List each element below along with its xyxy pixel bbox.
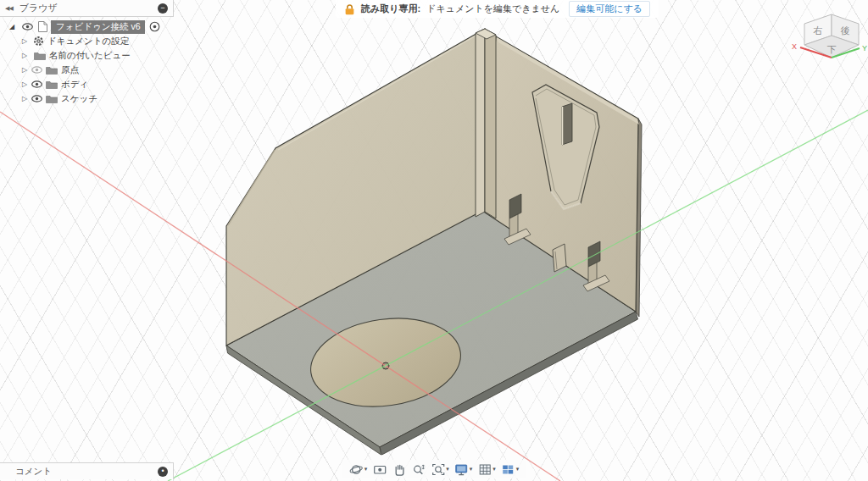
look-at-icon[interactable] xyxy=(372,462,387,477)
tree-item-label[interactable]: スケッチ xyxy=(61,93,97,105)
expand-arrow-icon[interactable]: ◢ xyxy=(8,23,16,30)
grid-and-snaps-button[interactable]: ▾ xyxy=(476,462,498,477)
zoom-button[interactable] xyxy=(409,462,427,477)
browser-panel-title: ブラウザ xyxy=(19,2,158,14)
dropdown-caret[interactable]: ▾ xyxy=(470,466,473,473)
orbit-icon[interactable] xyxy=(349,462,364,477)
fit-button[interactable]: ▾ xyxy=(429,462,451,477)
model-3d[interactable]: 右 後 下 X Y xyxy=(0,0,868,481)
document-icon xyxy=(38,21,47,32)
document-root-label[interactable]: フォビドゥン接続 v6 xyxy=(51,20,145,34)
tree-item-label[interactable]: ボディ xyxy=(61,79,88,91)
visibility-eye-icon[interactable] xyxy=(31,80,42,88)
comments-bar[interactable]: コメント • xyxy=(0,462,174,479)
tree-item-label[interactable]: ドキュメントの設定 xyxy=(47,36,129,47)
browser-panel-header: ◀◀ ブラウザ − xyxy=(0,0,174,17)
tree-row-document-root[interactable]: ◢ フォビドゥン接続 v6 xyxy=(0,19,160,34)
visibility-eye-icon-off[interactable] xyxy=(31,66,42,74)
tree-row-document-settings[interactable]: ▷ ドキュメントの設定 xyxy=(0,34,129,48)
viewcube-label-right: 後 xyxy=(841,25,850,36)
readonly-banner: 読み取り専用: ドキュメントを編集できません 編集可能にする xyxy=(336,0,659,18)
visibility-eye-icon[interactable] xyxy=(31,95,42,102)
collapsed-arrow-icon[interactable]: ▷ xyxy=(20,95,29,102)
tree-row-origin[interactable]: ▷ 原点 xyxy=(0,63,79,77)
navigation-toolbar: ▾ ▾ ▾ xyxy=(342,460,526,478)
viewports-button[interactable]: ▾ xyxy=(499,462,521,477)
dropdown-caret[interactable]: ▾ xyxy=(446,466,449,473)
viewcube-y-label[interactable]: Y xyxy=(862,44,867,53)
orbit-button[interactable]: ▾ xyxy=(348,462,370,477)
comments-expand-button[interactable]: • xyxy=(158,467,168,477)
view-cube[interactable]: 右 後 下 X Y xyxy=(792,14,867,58)
readonly-message: ドキュメントを編集できません xyxy=(426,3,559,15)
make-editable-button[interactable]: 編集可能にする xyxy=(569,1,650,17)
activate-radio-icon[interactable] xyxy=(149,21,160,32)
grid-icon[interactable] xyxy=(477,462,492,477)
pan-button[interactable] xyxy=(390,462,408,477)
readonly-status-label: 読み取り専用: xyxy=(361,3,420,15)
dropdown-caret[interactable]: ▾ xyxy=(516,466,520,473)
pan-hand-icon[interactable] xyxy=(392,462,406,477)
folder-icon xyxy=(46,66,58,75)
collapsed-arrow-icon[interactable]: ▷ xyxy=(20,37,29,45)
browser-collapse-icon[interactable]: ◀◀ xyxy=(5,5,13,12)
dropdown-caret[interactable]: ▾ xyxy=(364,466,368,473)
tree-row-named-views[interactable]: ▷ 名前の付いたビュー xyxy=(0,48,131,63)
zoom-icon[interactable] xyxy=(411,462,426,477)
folder-icon xyxy=(34,52,46,60)
tree-item-label[interactable]: 原点 xyxy=(61,64,79,76)
display-settings-button[interactable]: ▾ xyxy=(453,462,475,477)
gear-icon xyxy=(33,36,44,47)
tree-row-sketches[interactable]: ▷ スケッチ xyxy=(0,91,97,106)
shield-slot[interactable] xyxy=(562,103,572,145)
collapsed-arrow-icon[interactable]: ▷ xyxy=(20,66,29,74)
comments-label: コメント xyxy=(15,466,158,478)
viewcube-label-left: 右 xyxy=(814,25,823,36)
browser-minimize-button[interactable]: − xyxy=(158,3,168,14)
fit-icon[interactable] xyxy=(431,462,445,477)
corner-column-side[interactable] xyxy=(485,29,496,218)
viewport-canvas[interactable]: 右 後 下 X Y xyxy=(0,0,868,481)
collapsed-arrow-icon[interactable]: ▷ xyxy=(20,52,29,59)
lock-icon xyxy=(344,3,355,15)
display-settings-icon[interactable] xyxy=(454,462,469,477)
folder-icon xyxy=(46,80,58,89)
look-at-button[interactable] xyxy=(370,462,388,477)
viewports-icon[interactable] xyxy=(501,462,515,477)
tree-row-bodies[interactable]: ▷ ボディ xyxy=(0,77,88,91)
folder-icon xyxy=(46,95,58,103)
tree-item-label[interactable]: 名前の付いたビュー xyxy=(49,50,131,62)
corner-column-front[interactable] xyxy=(476,29,485,217)
viewcube-x-label[interactable]: X xyxy=(792,42,797,51)
collapsed-arrow-icon[interactable]: ▷ xyxy=(20,80,29,88)
viewcube-label-bottom: 下 xyxy=(827,44,837,54)
dropdown-caret[interactable]: ▾ xyxy=(492,466,496,473)
visibility-eye-icon[interactable] xyxy=(22,23,33,30)
